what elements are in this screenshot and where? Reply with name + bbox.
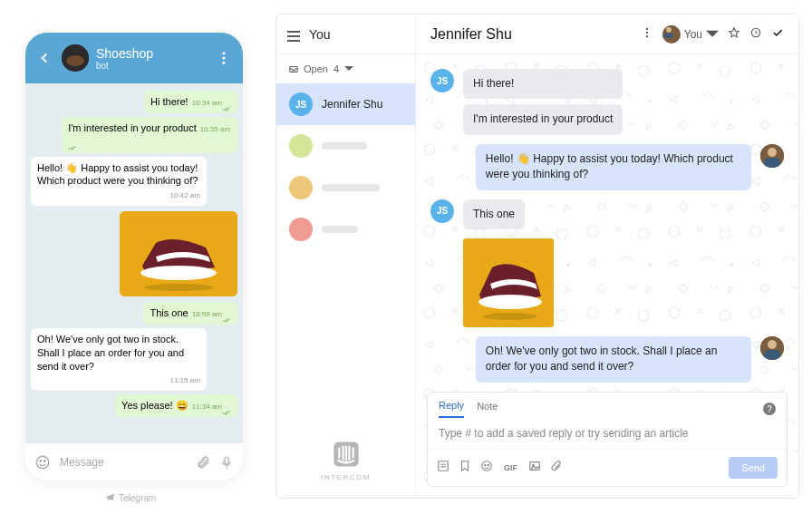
emoji-icon[interactable] [34, 454, 51, 471]
conversation-avatar [289, 218, 313, 241]
svg-point-39 [482, 461, 492, 471]
read-ticks-icon [68, 141, 77, 149]
tg-text: Hi there! [150, 96, 188, 107]
more-vert-icon[interactable] [641, 26, 653, 43]
svg-point-4 [223, 62, 226, 64]
svg-point-36 [768, 340, 777, 349]
more-vert-icon[interactable] [216, 50, 232, 66]
svg-rect-31 [764, 158, 780, 168]
close-check-icon[interactable] [771, 26, 784, 43]
telegram-composer: Message [25, 442, 243, 480]
conversation-item[interactable] [276, 125, 415, 167]
conversation-avatar: JS [289, 92, 313, 116]
message-bubble[interactable]: I'm interested in your product [463, 104, 623, 134]
tab-reply[interactable]: Reply [439, 400, 464, 418]
tg-timestamp: 11:34 am [192, 403, 222, 412]
svg-point-8 [36, 456, 49, 469]
telegram-header: Shoeshop bot [25, 33, 243, 83]
help-icon[interactable]: ? [763, 403, 776, 415]
composer-input[interactable]: Type # to add a saved reply or try sendi… [428, 418, 787, 449]
message-bubble[interactable]: Oh! We've only got two in stock. Shall I… [476, 336, 751, 383]
placeholder-line [322, 226, 358, 233]
chat-avatar[interactable] [62, 44, 89, 72]
conversation-item[interactable] [276, 167, 415, 209]
conversation-header: Jennifer Shu You [416, 15, 798, 54]
image-attachment[interactable] [463, 238, 554, 327]
assignee-picker[interactable]: You [662, 25, 719, 44]
svg-point-30 [768, 148, 777, 157]
inbox-owner: You [309, 27, 331, 42]
conversation-item[interactable] [276, 209, 415, 250]
message-bubble[interactable]: Hi there! [463, 69, 623, 99]
svg-point-10 [44, 460, 46, 461]
tg-message-out[interactable]: Yes please! 😄11:34 am [115, 394, 237, 417]
conversation-avatar [289, 134, 313, 158]
conversation-list: JS Jennifer Shu [276, 83, 415, 250]
svg-rect-11 [225, 457, 228, 464]
chevron-down-icon [344, 64, 353, 73]
intercom-panel: You Open 4 JS Jennifer Shu [276, 14, 799, 499]
image-icon[interactable] [528, 460, 541, 476]
conversation-column: Jennifer Shu You [416, 15, 798, 498]
svg-rect-38 [439, 461, 449, 471]
composer-toolbar: GIF Send [428, 449, 787, 486]
tg-message-out[interactable]: This one10:59 am [143, 302, 237, 325]
tg-timestamp: 11:15 am [169, 376, 199, 386]
message-input[interactable]: Message [60, 456, 187, 469]
conversation-item[interactable]: JS Jennifer Shu [276, 83, 415, 125]
assignee-label: You [684, 28, 702, 41]
conversation-name: Jennifer Shu [322, 98, 402, 111]
inbox-filter[interactable]: Open 4 [276, 54, 415, 83]
tg-text: Hello! 👋 Happy to assist you today! Whic… [37, 162, 198, 187]
attach-icon[interactable] [196, 455, 210, 470]
tg-message-out[interactable]: I'm interested in your product10:35 am [62, 117, 237, 153]
intercom-logo-icon [331, 439, 362, 470]
svg-rect-24 [664, 33, 673, 38]
agent-avatar [760, 336, 784, 360]
telegram-icon [104, 492, 115, 503]
chevron-down-icon [706, 28, 719, 41]
tab-note[interactable]: Note [477, 401, 498, 417]
message-bubble[interactable]: Hello! 👋 Happy to assist you today! Whic… [476, 144, 751, 190]
menu-icon[interactable] [287, 29, 300, 40]
mic-icon[interactable] [219, 455, 234, 470]
send-button[interactable]: Send [729, 457, 778, 479]
tg-message-in[interactable]: Oh! We've only got two in stock. Shall I… [31, 328, 207, 391]
svg-point-1 [66, 55, 84, 66]
attach-icon[interactable] [550, 460, 563, 476]
tg-message-in[interactable]: Hello! 👋 Happy to assist you today! Whic… [31, 157, 207, 207]
article-icon[interactable] [437, 460, 450, 476]
customer-avatar: JS [430, 199, 454, 223]
composer: Reply Note ? Type # to add a saved reply… [427, 392, 788, 487]
placeholder-line [322, 142, 367, 150]
agent-avatar [760, 144, 784, 168]
chat-title-block[interactable]: Shoeshop bot [96, 46, 216, 71]
intercom-brand: INTERCOM [276, 422, 415, 498]
emoji-icon[interactable] [480, 460, 493, 476]
thread-row-agent: Hello! 👋 Happy to assist you today! Whic… [430, 144, 784, 190]
back-arrow-icon[interactable] [36, 50, 53, 66]
chat-title: Shoeshop [96, 46, 216, 61]
tg-text: Yes please! 😄 [121, 400, 188, 411]
svg-point-20 [646, 31, 648, 33]
conversation-tools: You [641, 25, 784, 44]
placeholder-line [322, 184, 380, 191]
svg-point-19 [646, 27, 648, 29]
tg-timestamp: 10:42 am [169, 191, 199, 201]
message-bubble[interactable]: This one [463, 199, 525, 229]
thread-row-customer: JS Hi there! I'm interested in your prod… [430, 69, 784, 135]
thread-row-agent: Oh! We've only got two in stock. Shall I… [430, 336, 784, 383]
telegram-thread: Hi there!10:34 am I'm interested in your… [25, 83, 243, 442]
gif-button[interactable]: GIF [502, 463, 519, 472]
composer-tabs: Reply Note ? [428, 393, 787, 418]
filter-label: Open [304, 63, 328, 74]
chat-subtitle: bot [96, 61, 216, 71]
svg-point-7 [144, 284, 213, 291]
star-icon[interactable] [728, 26, 740, 43]
bookmark-icon[interactable] [459, 460, 471, 476]
tg-message-out[interactable]: Hi there!10:34 am [144, 91, 237, 113]
snooze-icon[interactable] [749, 26, 762, 43]
customer-avatar: JS [430, 69, 454, 92]
tg-image-attachment[interactable] [120, 211, 237, 296]
svg-point-3 [223, 57, 226, 60]
